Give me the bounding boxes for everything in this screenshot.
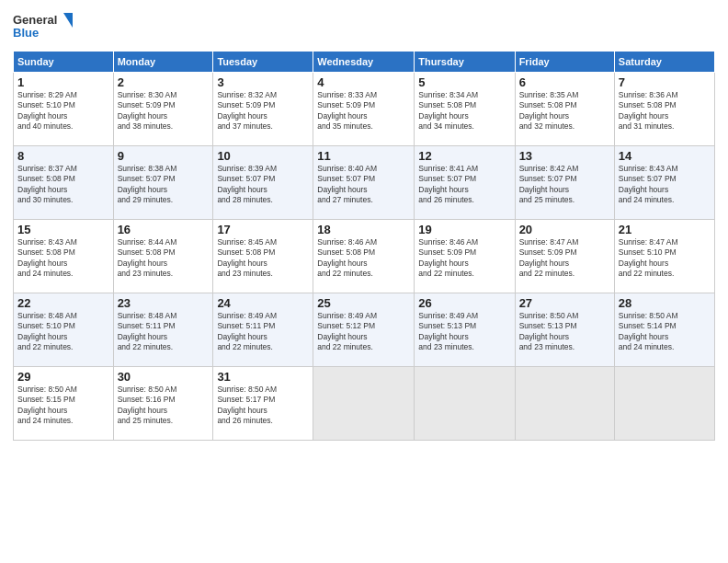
- day-info: Sunrise: 8:49 AMSunset: 5:11 PMDaylight …: [217, 311, 309, 353]
- day-number: 16: [118, 223, 210, 236]
- logo: GeneralBlue: [13, 11, 77, 43]
- calendar-day-19: 19 Sunrise: 8:46 AMSunset: 5:09 PMDaylig…: [415, 220, 515, 293]
- header: GeneralBlue: [13, 11, 715, 43]
- day-number: 9: [118, 149, 210, 163]
- day-info: Sunrise: 8:46 AMSunset: 5:09 PMDaylight …: [418, 237, 510, 280]
- day-info: Sunrise: 8:48 AMSunset: 5:10 PMDaylight …: [17, 311, 109, 353]
- day-number: 26: [418, 296, 510, 310]
- calendar-day-10: 10 Sunrise: 8:39 AMSunset: 5:07 PMDaylig…: [213, 146, 313, 220]
- day-info: Sunrise: 8:43 AMSunset: 5:07 PMDaylight …: [619, 164, 711, 206]
- calendar-day-27: 27 Sunrise: 8:50 AMSunset: 5:13 PMDaylig…: [515, 293, 614, 367]
- calendar-day-18: 18 Sunrise: 8:46 AMSunset: 5:08 PMDaylig…: [313, 220, 415, 293]
- day-number: 3: [217, 75, 309, 89]
- day-info: Sunrise: 8:50 AMSunset: 5:15 PMDaylight …: [17, 385, 109, 427]
- day-number: 5: [418, 75, 510, 89]
- calendar-week-4: 22 Sunrise: 8:48 AMSunset: 5:10 PMDaylig…: [14, 293, 715, 367]
- day-info: Sunrise: 8:32 AMSunset: 5:09 PMDaylight …: [217, 90, 309, 132]
- day-number: 2: [118, 75, 210, 89]
- calendar-day-15: 15 Sunrise: 8:43 AMSunset: 5:08 PMDaylig…: [14, 220, 114, 293]
- day-number: 19: [418, 223, 510, 236]
- day-number: 12: [418, 149, 510, 163]
- day-number: 30: [118, 370, 210, 384]
- calendar-day-13: 13 Sunrise: 8:42 AMSunset: 5:07 PMDaylig…: [515, 146, 614, 220]
- calendar-day-empty: [614, 367, 714, 441]
- day-info: Sunrise: 8:49 AMSunset: 5:13 PMDaylight …: [418, 311, 510, 353]
- calendar-day-7: 7 Sunrise: 8:36 AMSunset: 5:08 PMDayligh…: [614, 73, 714, 146]
- svg-text:General: General: [13, 13, 57, 27]
- day-info: Sunrise: 8:49 AMSunset: 5:12 PMDaylight …: [317, 311, 410, 353]
- day-info: Sunrise: 8:38 AMSunset: 5:07 PMDaylight …: [118, 164, 210, 206]
- calendar-day-11: 11 Sunrise: 8:40 AMSunset: 5:07 PMDaylig…: [313, 146, 415, 220]
- day-info: Sunrise: 8:35 AMSunset: 5:08 PMDaylight …: [519, 90, 610, 132]
- day-number: 4: [317, 75, 410, 89]
- day-number: 25: [317, 296, 410, 310]
- day-info: Sunrise: 8:39 AMSunset: 5:07 PMDaylight …: [217, 164, 309, 206]
- day-info: Sunrise: 8:37 AMSunset: 5:08 PMDaylight …: [17, 164, 109, 206]
- day-number: 28: [619, 296, 711, 310]
- page: GeneralBlue SundayMondayTuesdayWednesday…: [0, 0, 728, 563]
- day-number: 13: [519, 149, 610, 163]
- svg-marker-2: [63, 13, 73, 28]
- day-info: Sunrise: 8:34 AMSunset: 5:08 PMDaylight …: [418, 90, 510, 132]
- day-number: 22: [17, 296, 109, 310]
- day-number: 1: [17, 75, 109, 89]
- calendar-day-empty: [313, 367, 415, 441]
- calendar-day-12: 12 Sunrise: 8:41 AMSunset: 5:07 PMDaylig…: [415, 146, 515, 220]
- day-number: 23: [118, 296, 210, 310]
- calendar-header-friday: Friday: [515, 52, 614, 73]
- day-number: 20: [519, 223, 610, 236]
- calendar-day-25: 25 Sunrise: 8:49 AMSunset: 5:12 PMDaylig…: [313, 293, 415, 367]
- day-number: 8: [17, 149, 109, 163]
- calendar-day-22: 22 Sunrise: 8:48 AMSunset: 5:10 PMDaylig…: [14, 293, 114, 367]
- day-info: Sunrise: 8:43 AMSunset: 5:08 PMDaylight …: [17, 237, 109, 280]
- logo-icon: GeneralBlue: [13, 11, 77, 43]
- calendar-header-tuesday: Tuesday: [213, 52, 313, 73]
- calendar-day-6: 6 Sunrise: 8:35 AMSunset: 5:08 PMDayligh…: [515, 73, 614, 146]
- day-info: Sunrise: 8:36 AMSunset: 5:08 PMDaylight …: [619, 90, 711, 132]
- day-info: Sunrise: 8:50 AMSunset: 5:13 PMDaylight …: [519, 311, 610, 353]
- day-number: 17: [217, 223, 309, 236]
- calendar-header-sunday: Sunday: [14, 52, 114, 73]
- calendar-day-9: 9 Sunrise: 8:38 AMSunset: 5:07 PMDayligh…: [113, 146, 213, 220]
- calendar-week-5: 29 Sunrise: 8:50 AMSunset: 5:15 PMDaylig…: [14, 367, 715, 441]
- calendar-day-empty: [415, 367, 515, 441]
- svg-text:Blue: Blue: [13, 26, 39, 40]
- calendar-body: 1 Sunrise: 8:29 AMSunset: 5:10 PMDayligh…: [14, 73, 715, 441]
- day-number: 24: [217, 296, 309, 310]
- day-number: 10: [217, 149, 309, 163]
- day-info: Sunrise: 8:44 AMSunset: 5:08 PMDaylight …: [118, 237, 210, 280]
- calendar-header-saturday: Saturday: [614, 52, 714, 73]
- calendar-day-31: 31 Sunrise: 8:50 AMSunset: 5:17 PMDaylig…: [213, 367, 313, 441]
- calendar-day-28: 28 Sunrise: 8:50 AMSunset: 5:14 PMDaylig…: [614, 293, 714, 367]
- day-info: Sunrise: 8:33 AMSunset: 5:09 PMDaylight …: [317, 90, 410, 132]
- day-number: 11: [317, 149, 410, 163]
- calendar-day-5: 5 Sunrise: 8:34 AMSunset: 5:08 PMDayligh…: [415, 73, 515, 146]
- calendar-day-16: 16 Sunrise: 8:44 AMSunset: 5:08 PMDaylig…: [113, 220, 213, 293]
- calendar-header-monday: Monday: [113, 52, 213, 73]
- calendar-header-row: SundayMondayTuesdayWednesdayThursdayFrid…: [14, 52, 715, 73]
- calendar-day-29: 29 Sunrise: 8:50 AMSunset: 5:15 PMDaylig…: [14, 367, 114, 441]
- day-number: 14: [619, 149, 711, 163]
- day-info: Sunrise: 8:46 AMSunset: 5:08 PMDaylight …: [317, 237, 410, 280]
- calendar-day-30: 30 Sunrise: 8:50 AMSunset: 5:16 PMDaylig…: [113, 367, 213, 441]
- day-info: Sunrise: 8:50 AMSunset: 5:14 PMDaylight …: [619, 311, 711, 353]
- day-info: Sunrise: 8:50 AMSunset: 5:16 PMDaylight …: [118, 385, 210, 427]
- day-info: Sunrise: 8:41 AMSunset: 5:07 PMDaylight …: [418, 164, 510, 206]
- day-number: 7: [619, 75, 711, 89]
- day-info: Sunrise: 8:48 AMSunset: 5:11 PMDaylight …: [118, 311, 210, 353]
- calendar-day-3: 3 Sunrise: 8:32 AMSunset: 5:09 PMDayligh…: [213, 73, 313, 146]
- calendar-day-4: 4 Sunrise: 8:33 AMSunset: 5:09 PMDayligh…: [313, 73, 415, 146]
- day-number: 15: [17, 223, 109, 236]
- calendar-day-20: 20 Sunrise: 8:47 AMSunset: 5:09 PMDaylig…: [515, 220, 614, 293]
- day-number: 21: [619, 223, 711, 236]
- calendar-week-3: 15 Sunrise: 8:43 AMSunset: 5:08 PMDaylig…: [14, 220, 715, 293]
- calendar-day-14: 14 Sunrise: 8:43 AMSunset: 5:07 PMDaylig…: [614, 146, 714, 220]
- calendar-day-24: 24 Sunrise: 8:49 AMSunset: 5:11 PMDaylig…: [213, 293, 313, 367]
- day-info: Sunrise: 8:47 AMSunset: 5:10 PMDaylight …: [619, 237, 711, 280]
- day-number: 18: [317, 223, 410, 236]
- day-info: Sunrise: 8:29 AMSunset: 5:10 PMDaylight …: [17, 90, 109, 132]
- calendar-header-thursday: Thursday: [415, 52, 515, 73]
- day-info: Sunrise: 8:30 AMSunset: 5:09 PMDaylight …: [118, 90, 210, 132]
- day-info: Sunrise: 8:40 AMSunset: 5:07 PMDaylight …: [317, 164, 410, 206]
- day-number: 27: [519, 296, 610, 310]
